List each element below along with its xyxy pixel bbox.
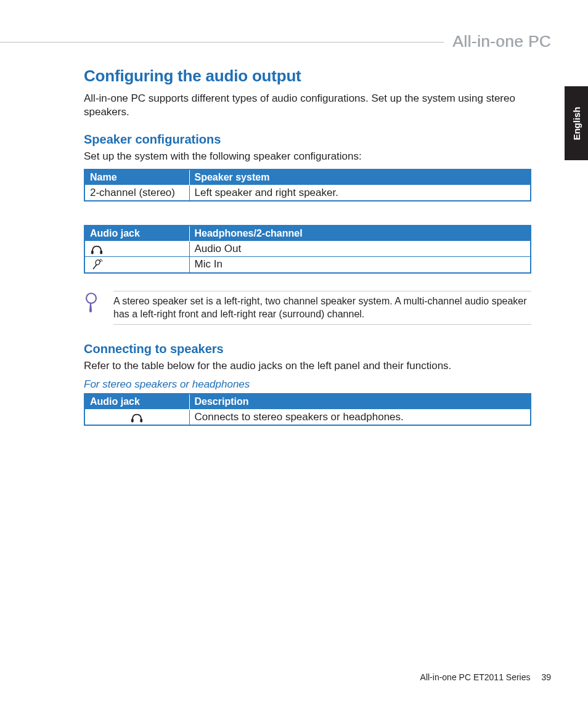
page-title: Configuring the audio output bbox=[84, 67, 531, 86]
speaker-config-lead: Set up the system with the following spe… bbox=[84, 150, 531, 163]
svg-rect-1 bbox=[100, 251, 102, 254]
audio-jack-table: Audio jack Headphones/2-channel Audio Ou… bbox=[84, 225, 531, 274]
cell-mic-in: Mic In bbox=[189, 257, 531, 273]
cell-name: 2-channel (stereo) bbox=[84, 185, 189, 201]
col-audio-jack: Audio jack bbox=[84, 394, 189, 410]
table-header-row: Audio jack Headphones/2-channel bbox=[84, 226, 531, 242]
col-headphones: Headphones/2-channel bbox=[189, 226, 531, 242]
cell-audio-out: Audio Out bbox=[189, 242, 531, 257]
svg-rect-0 bbox=[91, 251, 94, 254]
table-row: Mic In bbox=[84, 257, 531, 273]
headphone-icon bbox=[90, 244, 104, 255]
cell-jack-icon bbox=[84, 257, 189, 273]
stereo-subhead: For stereo speakers or headphones bbox=[84, 378, 531, 391]
language-tab: English bbox=[565, 86, 588, 160]
svg-line-3 bbox=[93, 264, 97, 269]
magnifier-icon bbox=[84, 291, 101, 317]
table-header-row: Name Speaker system bbox=[84, 169, 531, 185]
svg-point-4 bbox=[86, 293, 96, 303]
page-content: Configuring the audio output All-in-one … bbox=[84, 67, 531, 426]
table-row: Connects to stereo speakers or headphone… bbox=[84, 410, 531, 426]
svg-point-5 bbox=[89, 295, 91, 299]
headphone-icon bbox=[130, 412, 144, 423]
intro-paragraph: All-in-one PC supports different types o… bbox=[84, 92, 531, 119]
page-number: 39 bbox=[541, 672, 551, 682]
connecting-lead: Refer to the table below for the audio j… bbox=[84, 360, 531, 372]
brand-label: All-in-one PC bbox=[452, 32, 551, 51]
svg-rect-7 bbox=[141, 419, 143, 422]
col-speaker-system: Speaker system bbox=[189, 169, 531, 185]
col-description: Description bbox=[189, 394, 531, 410]
language-tab-label: English bbox=[571, 107, 582, 140]
table-row: Audio Out bbox=[84, 242, 531, 257]
cell-jack-icon bbox=[84, 242, 189, 257]
speaker-config-table: Name Speaker system 2-channel (stereo) L… bbox=[84, 169, 531, 201]
cell-description: Connects to stereo speakers or headphone… bbox=[189, 410, 531, 426]
col-audio-jack: Audio jack bbox=[84, 226, 189, 242]
col-name: Name bbox=[84, 169, 189, 185]
speaker-config-heading: Speaker configurations bbox=[84, 132, 531, 147]
connecting-table: Audio jack Description Connects to stere… bbox=[84, 393, 531, 426]
cell-jack-icon bbox=[84, 410, 189, 426]
table-row: 2-channel (stereo) Left speaker and righ… bbox=[84, 185, 531, 201]
table-header-row: Audio jack Description bbox=[84, 394, 531, 410]
note-callout: A stereo speaker set is a left-right, tw… bbox=[84, 291, 531, 325]
svg-rect-6 bbox=[131, 419, 134, 422]
cell-speaker-system: Left speaker and right speaker. bbox=[189, 185, 531, 201]
mic-icon bbox=[90, 259, 102, 271]
note-text: A stereo speaker set is a left-right, tw… bbox=[113, 291, 531, 325]
page-footer: All-in-one PC ET2011 Series 39 bbox=[420, 672, 551, 682]
connecting-heading: Connecting to speakers bbox=[84, 342, 531, 356]
footer-series: All-in-one PC ET2011 Series bbox=[420, 672, 531, 682]
header-rule bbox=[0, 42, 444, 43]
